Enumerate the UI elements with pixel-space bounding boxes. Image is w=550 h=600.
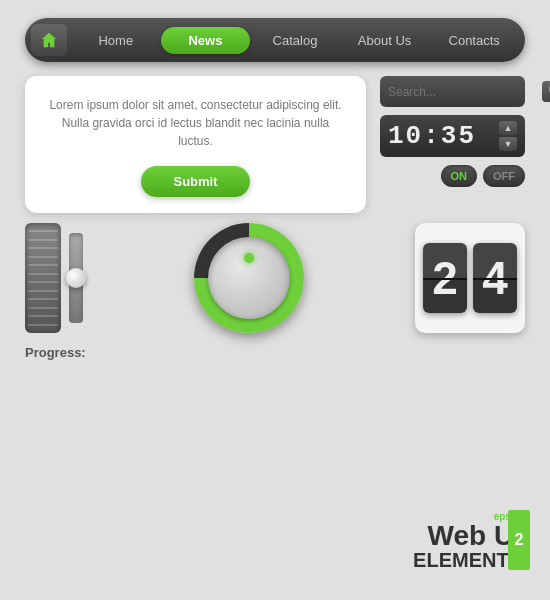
vertical-sliders: [25, 223, 83, 333]
home-icon: [40, 31, 58, 49]
nav-item-about[interactable]: About Us: [340, 27, 430, 54]
progress-row: Progress: 63%: [0, 333, 550, 366]
main-area: Lorem ipsum dolor sit amet, consectetur …: [0, 62, 550, 213]
content-card: Lorem ipsum dolor sit amet, consectetur …: [25, 76, 366, 213]
submit-button[interactable]: Submit: [141, 166, 249, 197]
knob-inner[interactable]: [208, 237, 290, 319]
flip-digit-2: 4: [473, 243, 517, 313]
slider-line: [28, 230, 58, 232]
slider-thumb[interactable]: [66, 268, 86, 288]
slider-line: [28, 290, 58, 292]
home-button[interactable]: [31, 24, 67, 56]
right-widgets: 🔍 10:35 ▲ ▼ ON OFF: [380, 76, 525, 213]
knob-outer[interactable]: [194, 223, 304, 333]
toggle-on-button[interactable]: ON: [441, 165, 478, 187]
slider-line: [28, 315, 58, 317]
nav-item-news[interactable]: News: [161, 27, 251, 54]
slider-line: [28, 298, 58, 300]
clock-display: 10:35: [388, 121, 495, 151]
knob-container: [194, 223, 304, 333]
toggle-off-button[interactable]: OFF: [483, 165, 525, 187]
branding: eps10 Web UI ELEMENTS 2: [413, 511, 522, 570]
clock-down-button[interactable]: ▼: [499, 137, 517, 151]
clock-up-button[interactable]: ▲: [499, 121, 517, 135]
brand-part: 2: [508, 510, 530, 570]
slider-line: [28, 247, 58, 249]
flip-clock: 2 4: [415, 223, 525, 333]
card-text: Lorem ipsum dolor sit amet, consectetur …: [43, 96, 348, 150]
toggle-row: ON OFF: [380, 165, 525, 187]
search-input[interactable]: [388, 85, 538, 99]
nav-item-contacts[interactable]: Contacts: [429, 27, 519, 54]
vertical-slider-track[interactable]: [25, 223, 61, 333]
navbar: Home News Catalog About Us Contacts: [25, 18, 525, 62]
search-box: 🔍: [380, 76, 525, 107]
search-button[interactable]: 🔍: [542, 81, 550, 102]
slider-lines: [25, 223, 61, 333]
knob-dot: [244, 253, 254, 263]
slider-line: [28, 307, 58, 309]
small-vertical-slider[interactable]: [69, 233, 83, 323]
slider-line: [28, 324, 58, 326]
slider-line: [28, 281, 58, 283]
brand-web: Web UI: [413, 522, 522, 550]
clock-arrows: ▲ ▼: [499, 121, 517, 151]
slider-line: [28, 239, 58, 241]
nav-item-catalog[interactable]: Catalog: [250, 27, 340, 54]
clock-widget: 10:35 ▲ ▼: [380, 115, 525, 157]
flip-digit-1: 2: [423, 243, 467, 313]
progress-label-row: Progress:: [25, 345, 525, 360]
slider-line: [28, 264, 58, 266]
brand-elements: ELEMENTS: [413, 550, 522, 570]
slider-line: [28, 273, 58, 275]
progress-label: Progress:: [25, 345, 86, 360]
controls-row: 2 4: [0, 213, 550, 333]
nav-item-home[interactable]: Home: [71, 27, 161, 54]
slider-line: [28, 256, 58, 258]
